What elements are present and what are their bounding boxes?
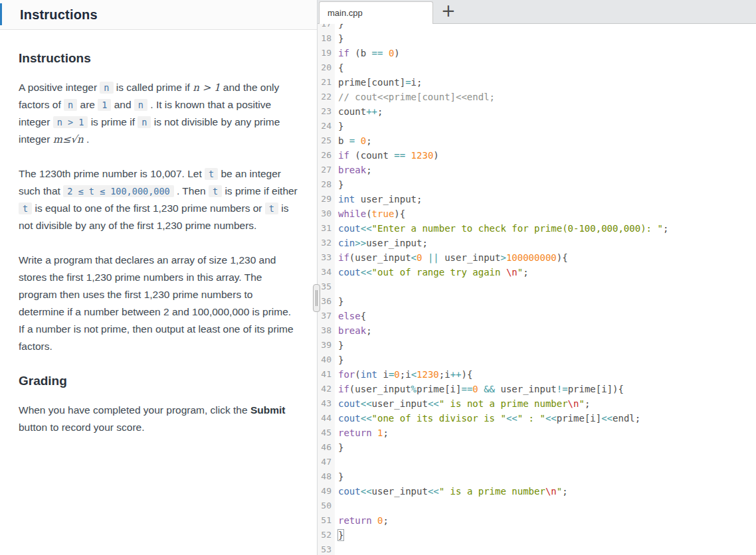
code-text: } — [335, 440, 343, 455]
code-token: ){ — [557, 252, 568, 263]
code-line[interactable]: 21prime[count]=i; — [318, 75, 756, 90]
code-line[interactable]: 41for(int i=0;i<1230;i++){ — [318, 367, 756, 382]
instructions-content: InstructionsA positive integer n is call… — [0, 30, 317, 555]
code-line[interactable]: 27break; — [318, 163, 756, 177]
code-line[interactable]: 37else{ — [318, 309, 756, 323]
paragraph: Write a program that declares an array o… — [19, 252, 300, 355]
code-token: && — [484, 384, 495, 394]
code-line[interactable]: 52} — [318, 528, 756, 542]
code-line[interactable]: 30while(true){ — [318, 206, 756, 221]
code-line[interactable]: 31cout<<"Enter a number to check for pri… — [318, 221, 756, 236]
code-line[interactable]: 53 — [318, 542, 756, 555]
code-text: if (count == 1230) — [335, 148, 439, 163]
line-number: 46 — [318, 440, 335, 455]
code-token: % — [411, 384, 417, 394]
code-token: cout — [338, 486, 361, 497]
code-line[interactable]: 26if (count == 1230) — [318, 148, 756, 163]
tab-main-cpp[interactable]: main.cpp — [319, 1, 433, 24]
code-text: cout<<"one of its divisor is "<<" : "<<p… — [335, 411, 640, 426]
code-line[interactable]: 33if(user_input<0 || user_input>10000000… — [318, 250, 756, 265]
code-line[interactable]: 39} — [318, 338, 756, 353]
paragraph: When you have completed your program, cl… — [19, 402, 300, 436]
code-token: 100000000 — [506, 252, 557, 263]
code-line[interactable]: 35 — [318, 279, 756, 294]
code-line[interactable]: 43cout<<user_input<<" is not a prime num… — [318, 396, 756, 411]
code-text: } — [335, 528, 343, 542]
code-line[interactable]: 50 — [318, 499, 756, 513]
code-line[interactable]: 47 — [318, 455, 756, 469]
code-token — [405, 150, 411, 161]
code-text: { — [335, 60, 343, 75]
code-line[interactable]: 45return 1; — [318, 426, 756, 440]
code-token: << — [428, 398, 439, 409]
new-tab-button[interactable]: + — [437, 1, 460, 23]
code-token: b — [338, 135, 349, 146]
code-token: { — [361, 311, 366, 321]
code-line[interactable]: 49cout<<user_input<<" is a prime number\… — [318, 484, 756, 499]
code-line[interactable]: 40} — [318, 353, 756, 367]
code-line[interactable]: 38break; — [318, 323, 756, 338]
code-line[interactable]: 42if(user_input%prime[i]==0 && user_inpu… — [318, 382, 756, 396]
inline-code-chip: 2 ≤ t ≤ 100,000,000 — [63, 185, 173, 197]
code-editor[interactable]: 17}18}19if (b == 0)20{21prime[count]=i;2… — [318, 24, 756, 555]
code-line[interactable]: 24} — [318, 119, 756, 133]
inline-code-chip: t — [209, 185, 222, 197]
code-line[interactable]: 36} — [318, 294, 756, 309]
code-line[interactable]: 51return 0; — [318, 513, 756, 528]
code-token: ++ — [450, 369, 462, 380]
text-run: When you have completed your program, cl… — [19, 404, 250, 416]
line-number: 42 — [318, 382, 335, 396]
code-token: ; — [383, 515, 388, 526]
text-run: m≤√n — [53, 133, 84, 145]
code-token: ( — [366, 208, 371, 219]
line-number: 39 — [318, 338, 335, 353]
code-lines: 17}18}19if (b == 0)20{21prime[count]=i;2… — [318, 24, 756, 555]
code-token: ; — [383, 428, 388, 438]
code-text: return 1; — [335, 426, 389, 440]
code-token: prime[i] — [417, 384, 461, 394]
code-token: user_input — [372, 398, 428, 409]
code-token: if — [338, 252, 349, 263]
code-token: >> — [355, 238, 366, 248]
instructions-panel-header: Instructions — [0, 0, 317, 30]
code-line[interactable]: 46} — [318, 440, 756, 455]
line-number: 31 — [318, 221, 335, 236]
line-number: 19 — [318, 46, 335, 60]
code-token — [478, 384, 484, 394]
code-token: i; — [411, 77, 423, 88]
code-token: cin — [338, 238, 355, 248]
code-line[interactable]: 22// cout<<prime[count]<<endl; — [318, 90, 756, 104]
code-line[interactable]: 29int user_input; — [318, 192, 756, 206]
code-text: if(user_input<0 || user_input>100000000)… — [335, 250, 568, 265]
code-line[interactable]: 34cout<<"out of range try again \n"; — [318, 265, 756, 279]
code-text — [335, 542, 338, 555]
code-line[interactable]: 19if (b == 0) — [318, 46, 756, 60]
code-token: else — [338, 311, 361, 321]
code-line[interactable]: 20{ — [318, 60, 756, 75]
line-number: 26 — [318, 148, 335, 163]
code-token: prime[i]){ — [568, 384, 624, 394]
code-text: } — [335, 119, 343, 133]
section-heading: Instructions — [19, 51, 300, 66]
code-line[interactable]: 18} — [318, 31, 756, 46]
code-line[interactable]: 28} — [318, 177, 756, 192]
code-token: user_input — [372, 486, 428, 497]
code-text: int user_input; — [335, 192, 422, 206]
code-text: prime[count]=i; — [335, 75, 422, 90]
code-token: ++ — [366, 106, 377, 117]
code-token: ) — [433, 150, 438, 161]
code-line[interactable]: 25b = 0; — [318, 133, 756, 148]
code-token: ;i — [400, 369, 411, 380]
code-line[interactable]: 48} — [318, 469, 756, 484]
code-token: user_input — [495, 384, 557, 394]
line-number: 44 — [318, 411, 335, 426]
code-line[interactable]: 44cout<<"one of its divisor is "<<" : "<… — [318, 411, 756, 426]
section-heading: Grading — [19, 374, 300, 388]
code-line[interactable]: 17} — [318, 24, 756, 31]
inline-code-chip: t — [19, 202, 32, 214]
line-number: 53 — [318, 542, 335, 555]
code-line[interactable]: 32cin>>user_input; — [318, 236, 756, 250]
code-text — [335, 279, 338, 294]
code-line[interactable]: 23count++; — [318, 104, 756, 119]
panel-resize-handle[interactable] — [313, 284, 320, 312]
